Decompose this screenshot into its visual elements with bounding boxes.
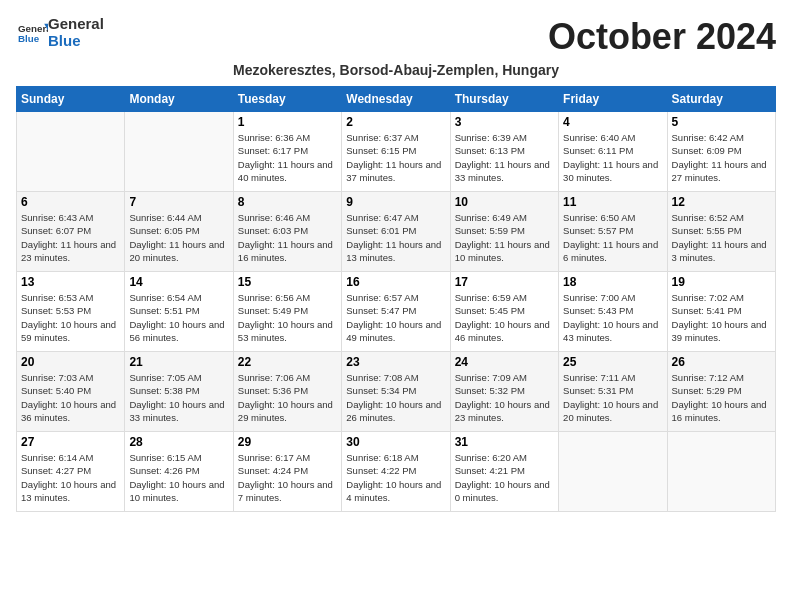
calendar-header-row: SundayMondayTuesdayWednesdayThursdayFrid… <box>17 87 776 112</box>
day-number: 28 <box>129 435 228 449</box>
day-number: 23 <box>346 355 445 369</box>
calendar-cell: 28Sunrise: 6:15 AM Sunset: 4:26 PM Dayli… <box>125 432 233 512</box>
calendar-cell <box>559 432 667 512</box>
day-number: 22 <box>238 355 337 369</box>
day-number: 13 <box>21 275 120 289</box>
day-info: Sunrise: 6:46 AM Sunset: 6:03 PM Dayligh… <box>238 211 337 264</box>
day-info: Sunrise: 6:36 AM Sunset: 6:17 PM Dayligh… <box>238 131 337 184</box>
day-info: Sunrise: 6:52 AM Sunset: 5:55 PM Dayligh… <box>672 211 771 264</box>
calendar-week-row: 27Sunrise: 6:14 AM Sunset: 4:27 PM Dayli… <box>17 432 776 512</box>
calendar-cell: 13Sunrise: 6:53 AM Sunset: 5:53 PM Dayli… <box>17 272 125 352</box>
day-number: 29 <box>238 435 337 449</box>
calendar-cell <box>125 112 233 192</box>
calendar-cell: 7Sunrise: 6:44 AM Sunset: 6:05 PM Daylig… <box>125 192 233 272</box>
calendar-cell: 6Sunrise: 6:43 AM Sunset: 6:07 PM Daylig… <box>17 192 125 272</box>
day-info: Sunrise: 6:57 AM Sunset: 5:47 PM Dayligh… <box>346 291 445 344</box>
month-title: October 2024 <box>548 16 776 58</box>
calendar-week-row: 13Sunrise: 6:53 AM Sunset: 5:53 PM Dayli… <box>17 272 776 352</box>
day-info: Sunrise: 6:42 AM Sunset: 6:09 PM Dayligh… <box>672 131 771 184</box>
day-number: 9 <box>346 195 445 209</box>
day-number: 6 <box>21 195 120 209</box>
day-info: Sunrise: 6:20 AM Sunset: 4:21 PM Dayligh… <box>455 451 554 504</box>
day-number: 24 <box>455 355 554 369</box>
calendar-cell: 1Sunrise: 6:36 AM Sunset: 6:17 PM Daylig… <box>233 112 341 192</box>
day-number: 7 <box>129 195 228 209</box>
day-info: Sunrise: 7:11 AM Sunset: 5:31 PM Dayligh… <box>563 371 662 424</box>
day-number: 18 <box>563 275 662 289</box>
calendar-cell: 3Sunrise: 6:39 AM Sunset: 6:13 PM Daylig… <box>450 112 558 192</box>
day-number: 12 <box>672 195 771 209</box>
calendar-cell: 18Sunrise: 7:00 AM Sunset: 5:43 PM Dayli… <box>559 272 667 352</box>
day-number: 15 <box>238 275 337 289</box>
calendar-week-row: 6Sunrise: 6:43 AM Sunset: 6:07 PM Daylig… <box>17 192 776 272</box>
day-number: 27 <box>21 435 120 449</box>
calendar-cell: 19Sunrise: 7:02 AM Sunset: 5:41 PM Dayli… <box>667 272 775 352</box>
calendar-cell: 31Sunrise: 6:20 AM Sunset: 4:21 PM Dayli… <box>450 432 558 512</box>
calendar-cell: 2Sunrise: 6:37 AM Sunset: 6:15 PM Daylig… <box>342 112 450 192</box>
logo: General Blue General Blue <box>16 16 104 49</box>
calendar-cell: 9Sunrise: 6:47 AM Sunset: 6:01 PM Daylig… <box>342 192 450 272</box>
logo-general-text: General <box>48 16 104 33</box>
day-info: Sunrise: 6:59 AM Sunset: 5:45 PM Dayligh… <box>455 291 554 344</box>
day-info: Sunrise: 6:56 AM Sunset: 5:49 PM Dayligh… <box>238 291 337 344</box>
calendar-table: SundayMondayTuesdayWednesdayThursdayFrid… <box>16 86 776 512</box>
day-header-monday: Monday <box>125 87 233 112</box>
day-info: Sunrise: 6:47 AM Sunset: 6:01 PM Dayligh… <box>346 211 445 264</box>
calendar-cell: 27Sunrise: 6:14 AM Sunset: 4:27 PM Dayli… <box>17 432 125 512</box>
day-number: 14 <box>129 275 228 289</box>
day-info: Sunrise: 6:37 AM Sunset: 6:15 PM Dayligh… <box>346 131 445 184</box>
calendar-week-row: 20Sunrise: 7:03 AM Sunset: 5:40 PM Dayli… <box>17 352 776 432</box>
day-header-wednesday: Wednesday <box>342 87 450 112</box>
day-info: Sunrise: 6:49 AM Sunset: 5:59 PM Dayligh… <box>455 211 554 264</box>
day-info: Sunrise: 7:02 AM Sunset: 5:41 PM Dayligh… <box>672 291 771 344</box>
svg-text:General: General <box>18 22 48 33</box>
logo-icon: General Blue <box>18 18 48 48</box>
day-info: Sunrise: 6:53 AM Sunset: 5:53 PM Dayligh… <box>21 291 120 344</box>
day-info: Sunrise: 7:08 AM Sunset: 5:34 PM Dayligh… <box>346 371 445 424</box>
day-info: Sunrise: 7:12 AM Sunset: 5:29 PM Dayligh… <box>672 371 771 424</box>
day-number: 30 <box>346 435 445 449</box>
calendar-cell: 15Sunrise: 6:56 AM Sunset: 5:49 PM Dayli… <box>233 272 341 352</box>
svg-text:Blue: Blue <box>18 33 40 44</box>
calendar-cell: 11Sunrise: 6:50 AM Sunset: 5:57 PM Dayli… <box>559 192 667 272</box>
day-header-sunday: Sunday <box>17 87 125 112</box>
calendar-cell: 24Sunrise: 7:09 AM Sunset: 5:32 PM Dayli… <box>450 352 558 432</box>
day-info: Sunrise: 7:03 AM Sunset: 5:40 PM Dayligh… <box>21 371 120 424</box>
page-header: General Blue General Blue October 2024 <box>16 16 776 58</box>
calendar-cell: 29Sunrise: 6:17 AM Sunset: 4:24 PM Dayli… <box>233 432 341 512</box>
calendar-cell: 5Sunrise: 6:42 AM Sunset: 6:09 PM Daylig… <box>667 112 775 192</box>
logo-blue-text: Blue <box>48 33 104 50</box>
calendar-cell: 4Sunrise: 6:40 AM Sunset: 6:11 PM Daylig… <box>559 112 667 192</box>
day-info: Sunrise: 7:06 AM Sunset: 5:36 PM Dayligh… <box>238 371 337 424</box>
calendar-cell: 21Sunrise: 7:05 AM Sunset: 5:38 PM Dayli… <box>125 352 233 432</box>
day-number: 4 <box>563 115 662 129</box>
day-info: Sunrise: 6:17 AM Sunset: 4:24 PM Dayligh… <box>238 451 337 504</box>
day-info: Sunrise: 6:43 AM Sunset: 6:07 PM Dayligh… <box>21 211 120 264</box>
day-number: 5 <box>672 115 771 129</box>
calendar-cell: 26Sunrise: 7:12 AM Sunset: 5:29 PM Dayli… <box>667 352 775 432</box>
subtitle: Mezokeresztes, Borsod-Abauj-Zemplen, Hun… <box>16 62 776 78</box>
calendar-cell: 10Sunrise: 6:49 AM Sunset: 5:59 PM Dayli… <box>450 192 558 272</box>
day-info: Sunrise: 6:44 AM Sunset: 6:05 PM Dayligh… <box>129 211 228 264</box>
day-number: 20 <box>21 355 120 369</box>
day-header-tuesday: Tuesday <box>233 87 341 112</box>
calendar-cell: 12Sunrise: 6:52 AM Sunset: 5:55 PM Dayli… <box>667 192 775 272</box>
day-info: Sunrise: 7:00 AM Sunset: 5:43 PM Dayligh… <box>563 291 662 344</box>
day-number: 31 <box>455 435 554 449</box>
day-number: 21 <box>129 355 228 369</box>
day-header-saturday: Saturday <box>667 87 775 112</box>
calendar-body: 1Sunrise: 6:36 AM Sunset: 6:17 PM Daylig… <box>17 112 776 512</box>
calendar-week-row: 1Sunrise: 6:36 AM Sunset: 6:17 PM Daylig… <box>17 112 776 192</box>
day-number: 25 <box>563 355 662 369</box>
day-number: 1 <box>238 115 337 129</box>
day-info: Sunrise: 6:18 AM Sunset: 4:22 PM Dayligh… <box>346 451 445 504</box>
day-number: 11 <box>563 195 662 209</box>
calendar-cell <box>667 432 775 512</box>
calendar-cell: 25Sunrise: 7:11 AM Sunset: 5:31 PM Dayli… <box>559 352 667 432</box>
day-number: 10 <box>455 195 554 209</box>
day-number: 2 <box>346 115 445 129</box>
day-info: Sunrise: 7:05 AM Sunset: 5:38 PM Dayligh… <box>129 371 228 424</box>
calendar-cell <box>17 112 125 192</box>
day-number: 19 <box>672 275 771 289</box>
calendar-cell: 22Sunrise: 7:06 AM Sunset: 5:36 PM Dayli… <box>233 352 341 432</box>
